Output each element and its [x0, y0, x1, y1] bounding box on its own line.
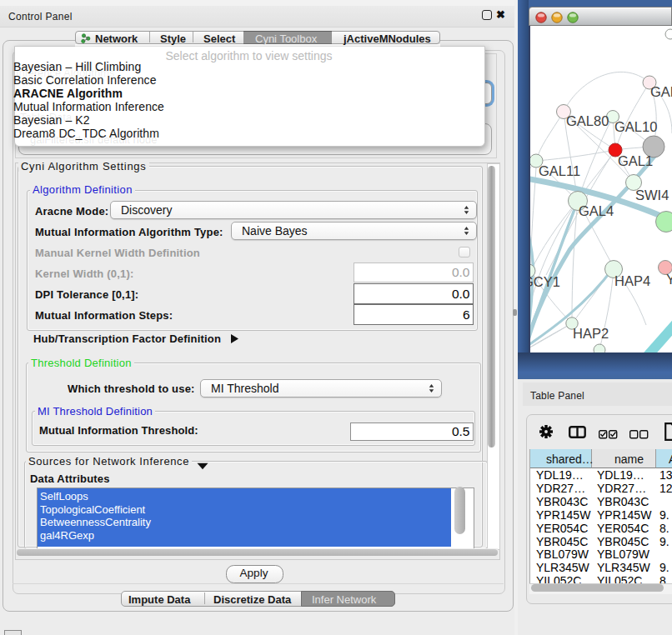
svg-text:HAP4: HAP4 [614, 273, 650, 288]
svg-text:SWI4: SWI4 [635, 188, 669, 202]
svg-text:GAL10: GAL10 [614, 119, 657, 134]
svg-text:GAL2: GAL2 [650, 84, 672, 99]
svg-text:GAL80: GAL80 [566, 113, 609, 128]
svg-text:GCY1: GCY1 [530, 274, 560, 289]
svg-text:GAL1: GAL1 [618, 153, 653, 168]
svg-text:Y: Y [666, 272, 672, 287]
svg-text:HAP2: HAP2 [573, 326, 609, 341]
svg-text:GAL4: GAL4 [579, 203, 614, 218]
svg-text:GAL11: GAL11 [539, 163, 580, 178]
